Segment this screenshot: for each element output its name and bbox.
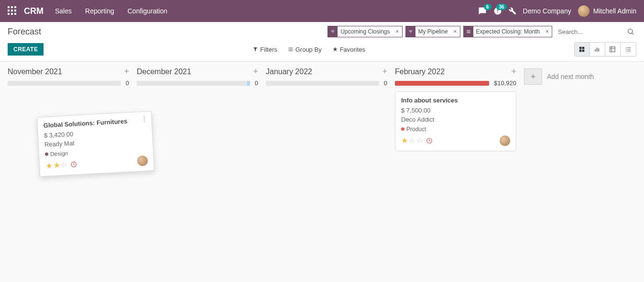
card-tag: Product — [401, 126, 426, 133]
facet-remove[interactable]: × — [451, 28, 460, 35]
svg-rect-0 — [8, 6, 10, 8]
svg-rect-24 — [627, 49, 630, 49]
add-month-label[interactable]: Add next month — [547, 73, 594, 80]
svg-rect-12 — [582, 47, 585, 49]
svg-rect-15 — [595, 49, 596, 52]
nav-configuration[interactable]: Configuration — [128, 7, 167, 15]
activity-clock-icon[interactable] — [426, 137, 433, 144]
column-title: November 2021 — [8, 68, 62, 76]
svg-rect-13 — [579, 50, 582, 52]
facet-upcoming-closings: Upcoming Closings × — [327, 26, 402, 37]
add-month-button[interactable]: + — [524, 68, 542, 85]
nav-reporting[interactable]: Reporting — [85, 7, 114, 15]
star-icon: ☆ — [409, 136, 415, 145]
column-total: 0 — [126, 79, 129, 87]
filter-icon — [406, 26, 415, 37]
column-title: January 2022 — [266, 68, 312, 76]
assignee-avatar-icon[interactable] — [500, 135, 510, 146]
column-progress-bar — [137, 81, 250, 86]
company-selector[interactable]: Demo Company — [523, 7, 571, 15]
groupby-button[interactable]: Group By — [288, 46, 322, 53]
facet-my-pipeline: My Pipeline × — [405, 26, 460, 37]
svg-point-25 — [626, 51, 627, 52]
facet-expected-closing: Expected Closing: Month × — [463, 26, 552, 37]
kanban-view-button[interactable] — [575, 43, 590, 56]
apps-icon[interactable] — [8, 6, 17, 16]
star-icon: ★ — [401, 136, 408, 145]
star-icon: ☆ — [416, 136, 423, 145]
user-menu[interactable]: Mitchell Admin — [578, 5, 636, 17]
column-title: February 2022 — [395, 68, 445, 76]
tag-dot-icon — [45, 152, 48, 156]
favorites-button[interactable]: Favorites — [332, 46, 365, 53]
add-month: + Add next month — [520, 67, 598, 87]
column-total: 0 — [255, 79, 258, 87]
top-navbar: CRM Sales Reporting Configuration 6 36 D… — [0, 0, 644, 22]
search-area: Upcoming Closings × My Pipeline × Expect… — [327, 26, 636, 37]
star-icon: ☆ — [61, 160, 68, 169]
activities-icon[interactable]: 36 — [493, 7, 502, 15]
column-total: $10,920 — [494, 79, 516, 87]
column-progress-bar — [395, 81, 489, 86]
debug-icon[interactable] — [509, 7, 516, 15]
messages-badge: 6 — [484, 4, 491, 10]
priority-stars[interactable]: ★ ☆ ☆ — [401, 136, 433, 145]
company-name: Demo Company — [523, 7, 571, 15]
svg-line-10 — [632, 33, 633, 34]
search-icon[interactable] — [625, 26, 636, 37]
tag-dot-icon — [401, 127, 404, 131]
svg-rect-14 — [582, 50, 585, 52]
star-icon: ★ — [45, 161, 53, 170]
card-amount: $ 7,500.00 — [401, 107, 510, 114]
kanban-card[interactable]: Info about services $ 7,500.00 Deco Addi… — [395, 91, 516, 151]
create-button[interactable]: CREATE — [8, 43, 44, 56]
pivot-view-button[interactable] — [605, 43, 621, 56]
column-add-button[interactable]: + — [511, 67, 516, 77]
svg-rect-5 — [14, 10, 16, 11]
activity-clock-icon[interactable] — [70, 161, 77, 168]
activities-badge: 36 — [496, 4, 506, 10]
column-january: January 2022 + 0 — [262, 67, 391, 91]
column-title: December 2021 — [137, 68, 191, 76]
list-view-button[interactable] — [621, 43, 636, 56]
column-progress-bar — [8, 81, 121, 86]
star-icon: ★ — [53, 160, 60, 170]
svg-rect-22 — [627, 47, 630, 48]
svg-rect-17 — [599, 48, 600, 51]
priority-stars[interactable]: ★ ★ ☆ — [45, 159, 77, 170]
svg-rect-4 — [11, 10, 13, 11]
column-add-button[interactable]: + — [253, 67, 258, 77]
column-add-button[interactable]: + — [124, 67, 129, 77]
groupby-icon — [464, 26, 473, 37]
svg-rect-16 — [597, 48, 598, 52]
column-november: November 2021 + 0 — [4, 67, 133, 91]
svg-rect-1 — [11, 6, 13, 8]
svg-rect-7 — [11, 13, 13, 15]
svg-rect-18 — [610, 47, 615, 52]
nav-sales[interactable]: Sales — [55, 7, 72, 15]
facet-remove[interactable]: × — [393, 28, 402, 35]
card-tag: Design — [45, 150, 68, 158]
svg-rect-11 — [579, 47, 582, 49]
column-total: 0 — [384, 79, 387, 87]
assignee-avatar-icon[interactable] — [137, 155, 148, 166]
svg-rect-2 — [14, 6, 16, 8]
control-bar: Forecast Upcoming Closings × My Pipeline… — [0, 22, 644, 62]
kanban-card-dragging[interactable]: ⋮ Global Solutions: Furnitures $ 3,420.0… — [37, 111, 154, 177]
column-progress-bar — [266, 81, 379, 86]
card-menu-icon[interactable]: ⋮ — [141, 114, 148, 123]
search-input[interactable] — [555, 26, 622, 37]
view-switcher — [574, 42, 636, 56]
card-customer: Deco Addict — [401, 116, 510, 123]
messages-icon[interactable]: 6 — [478, 7, 487, 15]
svg-rect-26 — [627, 51, 630, 51]
column-add-button[interactable]: + — [382, 67, 387, 77]
app-brand[interactable]: CRM — [24, 6, 44, 16]
filters-button[interactable]: Filters — [252, 46, 277, 53]
facet-remove[interactable]: × — [543, 28, 552, 35]
column-december: December 2021 + 0 — [133, 67, 262, 91]
graph-view-button[interactable] — [590, 43, 605, 56]
user-avatar-icon — [578, 5, 589, 17]
svg-rect-8 — [14, 13, 16, 15]
card-title: Info about services — [401, 97, 510, 104]
